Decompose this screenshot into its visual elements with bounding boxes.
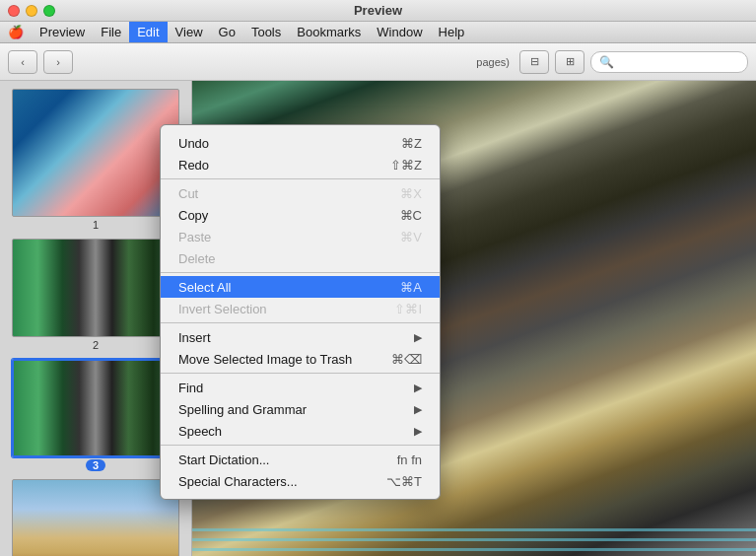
sidebar-item-3[interactable]: 3	[6, 359, 185, 471]
minimize-button[interactable]	[26, 5, 37, 17]
menu-group-undo: Undo ⌘Z Redo ⇧⌘Z	[161, 129, 440, 179]
thumbnail-1[interactable]	[12, 89, 179, 217]
titlebar: Preview	[0, 0, 756, 22]
menu-bookmarks[interactable]: Bookmarks	[289, 22, 369, 42]
back-button[interactable]: ‹	[8, 50, 37, 74]
menu-item-delete[interactable]: Delete	[161, 247, 440, 269]
track-line-1	[192, 548, 756, 551]
menu-item-speech[interactable]: Speech ▶	[161, 420, 440, 442]
search-box[interactable]: 🔍	[590, 51, 748, 73]
toolbar: ‹ › pages) ⊟ ⊞ 🔍	[0, 43, 756, 81]
menu-group-clipboard: Cut ⌘X Copy ⌘C Paste ⌘V Delete	[161, 179, 440, 273]
track-line-3	[192, 528, 756, 531]
menu-group-insert: Insert ▶ Move Selected Image to Trash ⌘⌫	[161, 323, 440, 374]
back-icon: ‹	[21, 56, 25, 68]
view-btn-2[interactable]: ⊞	[555, 50, 584, 74]
menu-item-paste[interactable]: Paste ⌘V	[161, 226, 440, 247]
menu-item-undo[interactable]: Undo ⌘Z	[161, 132, 440, 154]
menu-item-select-all[interactable]: Select All ⌘A	[161, 276, 440, 298]
menu-file[interactable]: File	[93, 22, 129, 42]
view-icon-2: ⊞	[566, 55, 575, 68]
traffic-lights	[0, 5, 55, 17]
menu-item-move-to-trash[interactable]: Move Selected Image to Trash ⌘⌫	[161, 348, 440, 370]
forward-icon: ›	[56, 56, 60, 68]
forward-button[interactable]: ›	[43, 50, 73, 74]
menu-item-special-chars[interactable]: Special Characters... ⌥⌘T	[161, 470, 440, 492]
view-icon-1: ⊟	[530, 55, 539, 68]
menubar-items: 🍎 Preview File Edit View Go Tools Bookma…	[0, 22, 472, 42]
menu-item-redo[interactable]: Redo ⇧⌘Z	[161, 154, 440, 175]
menu-view[interactable]: View	[168, 22, 211, 42]
page-badge-3: 3	[86, 459, 105, 471]
menubar: 🍎 Preview File Edit View Go Tools Bookma…	[0, 22, 756, 43]
thumbnail-4[interactable]	[12, 479, 179, 556]
menu-help[interactable]: Help	[431, 22, 473, 42]
pages-label: pages)	[476, 56, 510, 68]
track-line-2	[192, 538, 756, 541]
apple-menu[interactable]: 🍎	[0, 22, 32, 42]
thumbnail-3[interactable]	[12, 359, 179, 457]
page-num-1: 1	[93, 219, 99, 231]
menu-group-find: Find ▶ Spelling and Grammar ▶ Speech ▶	[161, 374, 440, 446]
menu-preview[interactable]: Preview	[32, 22, 93, 42]
menu-group-select: Select All ⌘A Invert Selection ⇧⌘I	[161, 273, 440, 323]
main-layout: 1 2 3 4	[0, 81, 756, 556]
search-icon: 🔍	[599, 55, 614, 69]
search-input[interactable]	[618, 55, 736, 69]
sidebar-item-1[interactable]: 1	[6, 89, 185, 231]
maximize-button[interactable]	[43, 5, 55, 17]
menu-go[interactable]: Go	[211, 22, 243, 42]
menu-window[interactable]: Window	[369, 22, 430, 42]
menu-tools[interactable]: Tools	[243, 22, 289, 42]
page-num-2: 2	[93, 339, 99, 351]
window-title: Preview	[354, 3, 402, 18]
menu-item-copy[interactable]: Copy ⌘C	[161, 204, 440, 226]
view-btn-1[interactable]: ⊟	[519, 50, 549, 74]
menu-item-invert-selection[interactable]: Invert Selection ⇧⌘I	[161, 298, 440, 319]
sidebar-item-2[interactable]: 2	[6, 239, 185, 351]
menu-item-spelling[interactable]: Spelling and Grammar ▶	[161, 398, 440, 420]
menu-item-dictation[interactable]: Start Dictation... fn fn	[161, 449, 440, 470]
menu-edit[interactable]: Edit	[129, 22, 167, 42]
edit-dropdown-menu: Undo ⌘Z Redo ⇧⌘Z Cut ⌘X Copy ⌘C Paste ⌘V	[160, 124, 441, 500]
thumbnail-2[interactable]	[12, 239, 179, 337]
menu-group-dictation: Start Dictation... fn fn Special Charact…	[161, 446, 440, 495]
menu-item-find[interactable]: Find ▶	[161, 377, 440, 398]
sidebar-item-4[interactable]: 4	[6, 479, 185, 556]
close-button[interactable]	[8, 5, 20, 17]
menu-item-insert[interactable]: Insert ▶	[161, 326, 440, 348]
menu-item-cut[interactable]: Cut ⌘X	[161, 182, 440, 204]
